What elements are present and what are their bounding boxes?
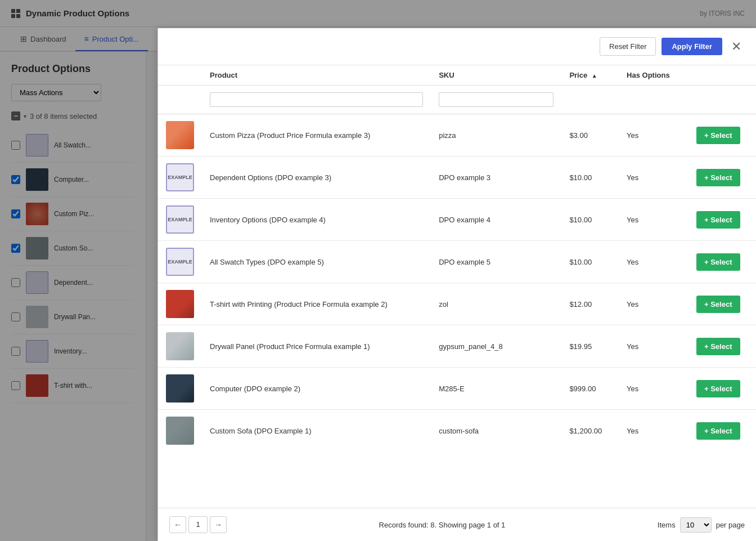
select-product-button[interactable]: + Select: [696, 127, 740, 144]
has-options-value: Yes: [627, 216, 638, 224]
table-row: T-shirt with Printing (Product Price For…: [158, 283, 756, 325]
close-button[interactable]: ✕: [728, 39, 745, 54]
product-sku-cell: DPO example 5: [431, 241, 561, 283]
product-name-cell: Dependent Options (DPO example 3): [202, 157, 431, 199]
table-body: Custom Pizza (Product Price Formula exam…: [158, 114, 756, 452]
col-price-label: Price: [569, 71, 587, 79]
table-row: Custom Pizza (Product Price Formula exam…: [158, 114, 756, 157]
product-action-cell: + Select: [688, 368, 756, 410]
has-options-value: Yes: [627, 131, 638, 140]
product-thumb-cell: EXAMPLE: [158, 241, 202, 283]
col-thumb: [158, 65, 202, 86]
has-options-value: Yes: [627, 258, 638, 266]
table-row: Computer (DPO example 2)M285-E$999.00Yes…: [158, 368, 756, 410]
product-action-cell: + Select: [688, 241, 756, 283]
product-image: [166, 332, 194, 360]
product-action-cell: + Select: [688, 199, 756, 241]
product-has-options-cell: Yes: [619, 410, 688, 452]
table-row: Drywall Panel (Product Price Formula exa…: [158, 325, 756, 368]
col-action: [688, 65, 756, 86]
filter-product-input[interactable]: [210, 92, 423, 107]
items-label: Items: [658, 521, 676, 529]
has-options-value: Yes: [627, 342, 638, 351]
product-thumb-cell: [158, 114, 202, 157]
product-has-options-cell: Yes: [619, 241, 688, 283]
col-sku: SKU: [431, 65, 561, 86]
product-action-cell: + Select: [688, 325, 756, 368]
price-sort-icon: ▲: [592, 73, 597, 79]
select-product-button[interactable]: + Select: [696, 169, 740, 186]
table-row: EXAMPLEDependent Options (DPO example 3)…: [158, 157, 756, 199]
product-sku-cell: M285-E: [431, 368, 561, 410]
has-options-value: Yes: [627, 173, 638, 182]
product-image: [166, 290, 194, 318]
per-page-control: Items 10 20 50 100 per page: [658, 517, 745, 533]
product-has-options-cell: Yes: [619, 199, 688, 241]
col-product-label: Product: [210, 71, 237, 79]
filter-action-cell: [688, 86, 756, 114]
col-price[interactable]: Price ▲: [561, 65, 619, 86]
product-name-cell: Inventory Options (DPO example 4): [202, 199, 431, 241]
per-page-suffix: per page: [716, 521, 745, 529]
col-has-options: Has Options: [619, 65, 688, 86]
product-sku-cell: DPO example 4: [431, 199, 561, 241]
select-product-button[interactable]: + Select: [696, 296, 740, 313]
product-price-cell: $1,200.00: [561, 410, 619, 452]
product-table: Product SKU Price ▲ Has Options: [158, 65, 756, 451]
product-thumb-cell: [158, 410, 202, 452]
product-price-cell: $19.95: [561, 325, 619, 368]
product-image: EXAMPLE: [166, 163, 194, 191]
product-name-cell: All Swatch Types (DPO example 5): [202, 241, 431, 283]
select-product-button[interactable]: + Select: [696, 338, 740, 355]
has-options-value: Yes: [627, 300, 638, 308]
product-has-options-cell: Yes: [619, 325, 688, 368]
apply-filter-button[interactable]: Apply Filter: [662, 38, 722, 55]
select-product-button[interactable]: + Select: [696, 211, 740, 229]
col-product[interactable]: Product: [202, 65, 431, 86]
table-header-row: Product SKU Price ▲ Has Options: [158, 65, 756, 86]
per-page-select[interactable]: 10 20 50 100: [680, 517, 712, 533]
product-price-cell: $3.00: [561, 114, 619, 157]
product-thumb-cell: [158, 283, 202, 325]
product-name-cell: T-shirt with Printing (Product Price For…: [202, 283, 431, 325]
product-name-cell: Custom Pizza (Product Price Formula exam…: [202, 114, 431, 157]
select-product-button[interactable]: + Select: [696, 422, 740, 440]
product-image: EXAMPLE: [166, 248, 194, 276]
product-has-options-cell: Yes: [619, 114, 688, 157]
product-thumb-cell: EXAMPLE: [158, 199, 202, 241]
product-price-cell: $10.00: [561, 157, 619, 199]
filter-has-options-cell: [619, 86, 688, 114]
prev-page-button[interactable]: ←: [169, 516, 186, 533]
modal-dialog: Reset Filter Apply Filter ✕ Product SKU: [158, 28, 756, 541]
product-sku-cell: pizza: [431, 114, 561, 157]
current-page: 1: [188, 516, 208, 533]
filter-product-cell: [202, 86, 431, 114]
filter-price-cell: [561, 86, 619, 114]
filter-sku-input[interactable]: [439, 92, 554, 107]
modal-body: Product SKU Price ▲ Has Options: [158, 65, 756, 508]
next-page-button[interactable]: →: [210, 516, 227, 533]
product-name-cell: Computer (DPO example 2): [202, 368, 431, 410]
filter-sku-cell: [431, 86, 561, 114]
product-price-cell: $12.00: [561, 283, 619, 325]
select-product-button[interactable]: + Select: [696, 253, 740, 271]
product-has-options-cell: Yes: [619, 157, 688, 199]
product-thumb-cell: EXAMPLE: [158, 157, 202, 199]
product-sku-cell: custom-sofa: [431, 410, 561, 452]
table-row: EXAMPLEInventory Options (DPO example 4)…: [158, 199, 756, 241]
product-action-cell: + Select: [688, 283, 756, 325]
filter-row: [158, 86, 756, 114]
product-sku-cell: zol: [431, 283, 561, 325]
main-layout: Product Options Mass Actions − ▾ 3 of 8 …: [0, 52, 756, 541]
product-image: [166, 417, 194, 445]
product-name-cell: Custom Sofa (DPO Example 1): [202, 410, 431, 452]
table-row: EXAMPLEAll Swatch Types (DPO example 5)D…: [158, 241, 756, 283]
has-options-value: Yes: [627, 384, 638, 393]
reset-filter-button[interactable]: Reset Filter: [600, 37, 656, 56]
product-price-cell: $999.00: [561, 368, 619, 410]
product-has-options-cell: Yes: [619, 283, 688, 325]
records-info: Records found: 8. Showing page 1 of 1: [379, 521, 506, 529]
select-product-button[interactable]: + Select: [696, 380, 740, 397]
col-has-options-label: Has Options: [627, 71, 670, 79]
pagination: ← 1 →: [169, 516, 227, 533]
